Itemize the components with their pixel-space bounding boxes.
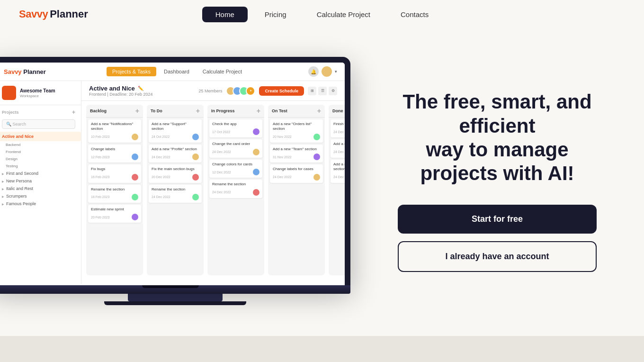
col-header-backlog: Backlog +: [86, 105, 143, 118]
col-title-done: Done: [332, 109, 343, 113]
app-tab-projects[interactable]: Projects & Tasks: [107, 67, 156, 76]
laptop-frame: Savvy Planner Projects & Tasks Dashboard…: [0, 57, 350, 285]
ontest-cards: Add a new "Orders list" section 20 Nov 2…: [268, 118, 325, 185]
sidebar-group-persona[interactable]: New Persona: [0, 177, 81, 185]
sidebar-group-famous[interactable]: Famous People: [0, 200, 81, 208]
sidebar-group-scrumpers[interactable]: Scrumpers: [0, 192, 81, 200]
card-title: Change the card order: [212, 142, 259, 146]
main-content: Savvy Planner Projects & Tasks Dashboard…: [0, 28, 644, 362]
card-title: Change labels: [91, 147, 138, 152]
settings-icon[interactable]: ⚙: [329, 87, 337, 95]
edit-icon[interactable]: ✏️: [138, 86, 143, 91]
card-avatar: [132, 134, 138, 140]
card-avatar: [132, 174, 138, 181]
app-logo: Savvy Planner: [4, 68, 46, 75]
logo-savvy: Savvy: [19, 8, 48, 20]
col-add-inprogress[interactable]: +: [257, 108, 260, 114]
todo-cards: Add a new "Support" section 24 Oct 2022 …: [147, 118, 204, 205]
card: Add a new "Profile" section 24 Dec 2022: [149, 145, 202, 163]
card-date: 24 Dec 2022: [273, 175, 292, 179]
col-header-todo: To Do +: [147, 105, 204, 118]
sidebar-subitem-backend[interactable]: Backend: [0, 141, 81, 148]
card-meta: 17 Oct 2022: [212, 128, 259, 135]
user-avatar[interactable]: [322, 66, 332, 77]
col-title-ontest: On Test: [272, 109, 287, 113]
card-title: Rename the section: [212, 182, 259, 187]
laptop-wrapper: Savvy Planner Projects & Tasks Dashboard…: [0, 57, 360, 305]
card-title: Fix the main section bugs: [152, 167, 199, 172]
list-icon[interactable]: ☰: [318, 87, 327, 95]
sidebar-group-italic[interactable]: Italic and Rest: [0, 185, 81, 192]
col-title-backlog: Backlog: [90, 109, 107, 113]
app-main: Active and Nice ✏️ Frontend | Deadline: …: [81, 81, 345, 284]
sidebar-search[interactable]: 🔍 Search: [2, 119, 75, 129]
card-avatar: [253, 149, 259, 155]
chevron-down-icon: ▾: [335, 69, 337, 74]
nav-home[interactable]: Home: [202, 7, 248, 22]
card: Fix bugs 16 Feb 2023: [88, 164, 141, 182]
card-date: 18 Feb 2023: [91, 195, 109, 199]
inprogress-cards: Check the app 17 Oct 2022 Change the car…: [207, 118, 264, 200]
card-meta: 18 Feb 2023: [91, 194, 138, 200]
kanban-col-todo: To Do + Add a new "Support" section 24 O…: [147, 105, 204, 275]
header-icons-right: ⊞ ☰ ⚙: [308, 87, 337, 95]
nav-calculate-project[interactable]: Calculate Project: [304, 7, 384, 22]
members-count: 25 Members: [198, 89, 222, 93]
col-title-inprogress: In Progress: [211, 109, 235, 113]
project-title: Active and Nice ✏️: [89, 85, 152, 92]
card-date: 20 Nov 2022: [273, 135, 292, 138]
grid-icon[interactable]: ⊞: [308, 87, 316, 95]
member-avatars: +: [226, 86, 255, 96]
col-header-ontest: On Test +: [268, 105, 325, 118]
card-date: 24 Dec 2022: [333, 150, 345, 154]
card: Change labels for cases 24 Dec 2022: [270, 164, 323, 182]
card-meta: 24 Dec 2022: [212, 189, 259, 196]
card-meta: 24 Dec 2022: [333, 128, 345, 135]
logo-planner: Planner: [50, 8, 88, 20]
card-meta: 20 Dec 2022: [152, 174, 199, 181]
card: Rename the section 18 Feb 2023: [88, 185, 141, 203]
bell-icon[interactable]: 🔔: [308, 66, 319, 77]
project-header-right: 25 Members + Create Schedule: [198, 86, 337, 96]
card-date: 24 Dec 2022: [152, 195, 170, 199]
kanban-col-backlog: Backlog + Add a new "Notifications" sect…: [86, 105, 143, 275]
card: Add a new "Team" section 31 Nov 2022: [270, 145, 323, 163]
app-tab-calculate[interactable]: Calculate Project: [197, 67, 248, 76]
col-add-ontest[interactable]: +: [317, 108, 321, 114]
sidebar-subitem-frontend[interactable]: Frontend: [0, 148, 81, 155]
card-title: Estimate new sprint: [91, 207, 138, 212]
sidebar-project-header: Awesome Team Workspace: [0, 81, 81, 105]
sidebar-subitem-design[interactable]: Design: [0, 155, 81, 163]
already-account-button[interactable]: I already have an account: [398, 241, 597, 272]
card: Add a new "Registration" section 24 Dec …: [331, 160, 345, 183]
sidebar-item-active[interactable]: Active and Nice: [0, 132, 81, 141]
card-avatar: [132, 214, 138, 220]
start-free-button[interactable]: Start for free: [398, 205, 597, 234]
card: Change colors for cards 12 Dec 2022: [209, 160, 262, 178]
create-schedule-button[interactable]: Create Schedule: [259, 86, 304, 96]
app-body: Awesome Team Workspace Projects + 🔍 Sear…: [0, 81, 345, 284]
main-nav: Home Pricing Calculate Project Contacts: [202, 7, 442, 22]
card-avatar: [132, 194, 138, 200]
card-title: Add a new "Profile" section: [152, 147, 199, 152]
card-avatar: [192, 194, 199, 200]
card: Change labels 12 Feb 2023: [88, 145, 141, 163]
add-project-icon[interactable]: +: [72, 109, 75, 116]
nav-contacts[interactable]: Contacts: [387, 7, 442, 22]
card-title: Add a new "Notifications" section: [91, 122, 138, 132]
sidebar-subitem-testing[interactable]: Testing: [0, 163, 81, 170]
col-add-todo[interactable]: +: [196, 108, 200, 114]
card: Check the app 17 Oct 2022: [209, 119, 262, 137]
card-meta: 10 Feb 2023: [91, 134, 138, 140]
card-meta: 31 Nov 2022: [273, 154, 320, 160]
col-add-backlog[interactable]: +: [135, 108, 139, 114]
logo: Savvy Planner: [19, 8, 88, 20]
nav-pricing[interactable]: Pricing: [251, 7, 300, 22]
bottom-bar: [0, 336, 644, 362]
card-meta: 24 Dec 2022: [333, 149, 345, 155]
app-tab-dashboard[interactable]: Dashboard: [158, 67, 195, 76]
card-avatar: [192, 134, 199, 140]
card-title: Fix bugs: [91, 167, 138, 172]
projects-label: Projects: [2, 110, 19, 115]
sidebar-group-first[interactable]: First and Second: [0, 170, 81, 177]
